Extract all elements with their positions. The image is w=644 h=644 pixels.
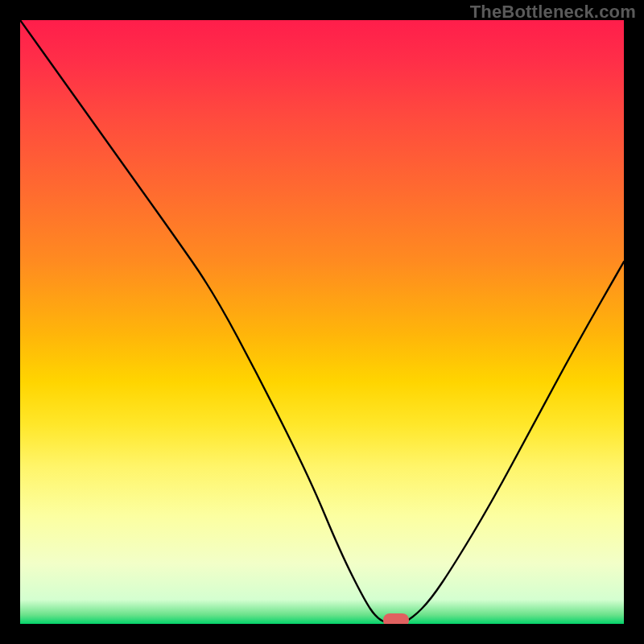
- watermark-text: TheBottleneck.com: [470, 2, 636, 23]
- bottleneck-curve: [20, 20, 624, 624]
- chart-frame: TheBottleneck.com: [0, 0, 644, 644]
- plot-area: [20, 20, 624, 624]
- optimal-marker: [383, 613, 409, 624]
